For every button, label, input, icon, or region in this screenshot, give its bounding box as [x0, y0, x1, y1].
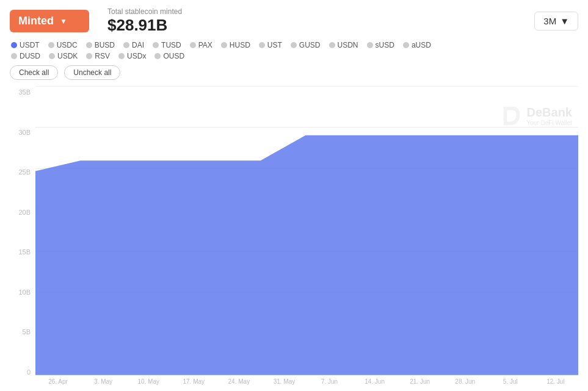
main-container: Minted ▼ Total stablecoin minted $28.91B…	[0, 0, 588, 391]
y-label-0: 0	[27, 368, 31, 376]
debank-title: DeBank	[527, 106, 572, 120]
legend-dot-UST	[259, 42, 265, 48]
x-label-28.-Jun: 28. Jun	[443, 378, 488, 389]
y-axis: 35B30B25B20B15B10B5B0	[10, 86, 35, 389]
x-label-10.-May: 10. May	[126, 378, 171, 389]
debank-logo-icon	[499, 104, 522, 127]
debank-text: DeBank Your DeFi Wallet	[527, 106, 572, 126]
y-label-20B: 20B	[18, 209, 31, 216]
header-row: Minted ▼ Total stablecoin minted $28.91B…	[10, 7, 578, 35]
legend-item-HUSD[interactable]: HUSD	[221, 41, 250, 49]
legend-item-USDK[interactable]: USDK	[49, 52, 78, 60]
legend-item-aUSD[interactable]: aUSD	[403, 41, 431, 49]
legend-item-sUSD[interactable]: sUSD	[367, 41, 394, 49]
legend-dot-USDC	[48, 42, 54, 48]
legend-label-USDN: USDN	[338, 41, 358, 49]
period-arrow: ▼	[560, 16, 569, 26]
x-axis: 26. Apr3. May10. May17. May24. May31. Ma…	[35, 376, 578, 389]
period-dropdown-button[interactable]: 3M ▼	[534, 12, 578, 30]
chart-svg	[35, 86, 578, 376]
chart-area: 35B30B25B20B15B10B5B0 DeBank Your DeFi W…	[10, 86, 578, 389]
y-label-25B: 25B	[18, 168, 31, 176]
legend-row-2: DUSDUSDKRSVUSDxOUSD	[10, 52, 578, 60]
legend-dot-aUSD	[403, 42, 409, 48]
y-label-10B: 10B	[18, 289, 31, 296]
legend-dot-sUSD	[367, 42, 373, 48]
legend-label-PAX: PAX	[198, 41, 212, 49]
total-label: Total stablecoin minted	[107, 7, 534, 16]
period-label: 3M	[543, 16, 556, 26]
legend-label-USDC: USDC	[57, 41, 78, 49]
legend-label-DAI: DAI	[132, 41, 144, 49]
x-label-3.-May: 3. May	[81, 378, 126, 389]
legend-label-BUSD: BUSD	[95, 41, 115, 49]
legend-label-DUSD: DUSD	[20, 52, 40, 60]
legend-label-UST: UST	[267, 41, 282, 49]
legend-dot-USDx	[118, 53, 125, 59]
check-all-button[interactable]: Check all	[10, 65, 58, 80]
legend-dot-HUSD	[221, 42, 227, 48]
x-label-31.-May: 31. May	[261, 378, 307, 389]
legend-item-BUSD[interactable]: BUSD	[86, 41, 115, 49]
legend-item-USDx[interactable]: USDx	[118, 52, 146, 60]
y-label-35B: 35B	[18, 88, 31, 96]
legend-label-TUSD: TUSD	[161, 41, 181, 49]
legend-dot-BUSD	[86, 42, 92, 48]
buttons-row: Check all Uncheck all	[10, 65, 578, 80]
legend-dot-RSV	[86, 53, 92, 59]
x-label-26.-Apr: 26. Apr	[35, 378, 81, 389]
legend-label-USDx: USDx	[127, 52, 146, 60]
legend-item-USDT[interactable]: USDT	[11, 41, 40, 49]
y-label-15B: 15B	[18, 248, 31, 256]
legend-item-USDN[interactable]: USDN	[329, 41, 358, 49]
legend-dot-USDN	[329, 42, 335, 48]
chart-area-polygon	[35, 135, 578, 375]
minted-arrow: ▼	[60, 17, 67, 26]
debank-watermark: DeBank Your DeFi Wallet	[499, 104, 572, 127]
legend-label-RSV: RSV	[95, 52, 110, 60]
x-label-17.-May: 17. May	[171, 378, 216, 389]
legend-dot-GUSD	[291, 42, 297, 48]
legend-item-TUSD[interactable]: TUSD	[153, 41, 181, 49]
legend-item-UST[interactable]: UST	[259, 41, 282, 49]
legend-label-USDK: USDK	[57, 52, 78, 60]
y-label-5B: 5B	[23, 328, 31, 335]
legend-label-GUSD: GUSD	[299, 41, 321, 49]
legend-label-sUSD: sUSD	[376, 41, 394, 49]
legend-dot-USDT	[11, 42, 17, 48]
minted-dropdown-button[interactable]: Minted ▼	[10, 10, 89, 32]
legend-item-OUSD[interactable]: OUSD	[154, 52, 184, 60]
debank-subtitle: Your DeFi Wallet	[527, 120, 572, 126]
legend-dot-USDK	[49, 53, 55, 59]
legend-dot-DAI	[123, 42, 129, 48]
legend-label-HUSD: HUSD	[230, 41, 250, 49]
chart-inner: DeBank Your DeFi Wallet 26. Apr3. May10.…	[35, 86, 578, 389]
total-value: $28.91B	[107, 16, 534, 35]
x-label-14.-Jun: 14. Jun	[352, 378, 397, 389]
x-label-12.-Jul: 12. Jul	[533, 378, 578, 389]
legend-item-DAI[interactable]: DAI	[123, 41, 144, 49]
legend-item-RSV[interactable]: RSV	[86, 52, 110, 60]
x-label-21.-Jun: 21. Jun	[397, 378, 443, 389]
x-label-24.-May: 24. May	[216, 378, 261, 389]
total-info: Total stablecoin minted $28.91B	[107, 7, 534, 35]
legend-label-OUSD: OUSD	[163, 52, 184, 60]
uncheck-all-button[interactable]: Uncheck all	[64, 65, 120, 80]
x-label-7.-Jun: 7. Jun	[307, 378, 352, 389]
legend-label-aUSD: aUSD	[412, 41, 431, 49]
legend-item-USDC[interactable]: USDC	[48, 41, 78, 49]
legend-row-1: USDTUSDCBUSDDAITUSDPAXHUSDUSTGUSDUSDNsUS…	[10, 41, 578, 49]
minted-label: Minted	[18, 15, 54, 27]
legend-item-DUSD[interactable]: DUSD	[11, 52, 40, 60]
legend-item-GUSD[interactable]: GUSD	[291, 41, 321, 49]
legend-item-PAX[interactable]: PAX	[190, 41, 212, 49]
y-label-30B: 30B	[18, 129, 31, 136]
legend-dot-PAX	[190, 42, 196, 48]
legend-dot-TUSD	[153, 42, 159, 48]
legend-label-USDT: USDT	[20, 41, 40, 49]
legend-dot-OUSD	[154, 53, 161, 59]
legend-dot-DUSD	[11, 53, 17, 59]
x-label-5.-Jul: 5. Jul	[488, 378, 533, 389]
